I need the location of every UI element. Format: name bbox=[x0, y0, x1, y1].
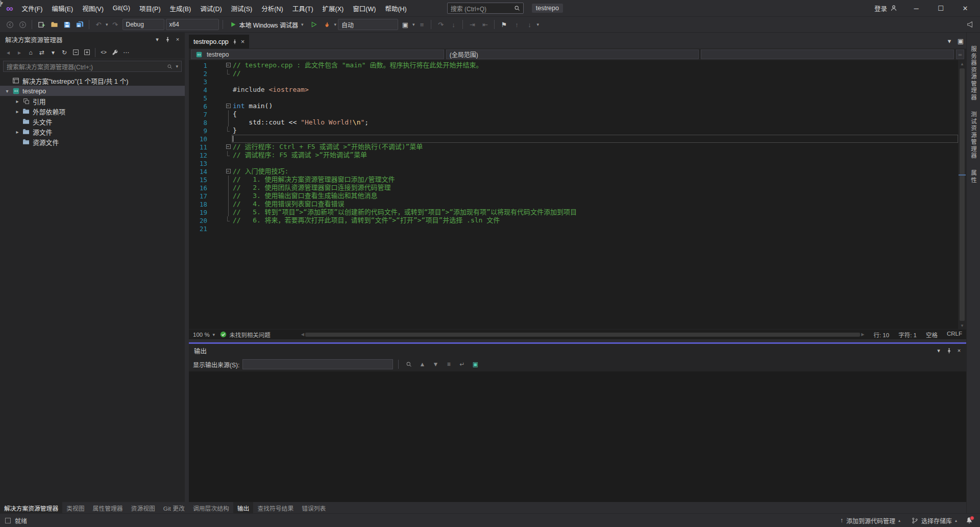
autoscroll-icon[interactable]: ▣ bbox=[470, 359, 480, 369]
close-icon[interactable]: × bbox=[241, 38, 245, 45]
vertical-splitter[interactable] bbox=[185, 33, 189, 513]
menu-item[interactable]: 视图(V) bbox=[78, 0, 108, 16]
fold-margin[interactable]: − bbox=[225, 102, 232, 110]
back-icon[interactable]: ◂ bbox=[3, 47, 13, 58]
menu-item[interactable]: 文件(F) bbox=[17, 0, 47, 16]
outdent-icon[interactable]: ⇤ bbox=[479, 19, 491, 30]
step-over-icon[interactable]: ↷ bbox=[435, 19, 446, 30]
panel-tab[interactable]: 类视图 bbox=[62, 502, 88, 513]
view-code-icon[interactable]: <> bbox=[99, 47, 109, 58]
scroll-up-icon[interactable]: ▲ bbox=[960, 60, 964, 67]
tree-item[interactable]: ▸引用 bbox=[0, 96, 185, 106]
project-scope-combo[interactable]: ++ testrepo ▾ bbox=[191, 49, 444, 59]
horizontal-scrollbar[interactable]: ◀ ▶ bbox=[301, 332, 865, 337]
scrollbar-thumb[interactable] bbox=[960, 68, 965, 321]
horizontal-splitter-accent[interactable] bbox=[189, 339, 966, 344]
panel-tab[interactable]: 解决方案资源管理器 bbox=[0, 502, 62, 513]
close-icon[interactable]: × bbox=[954, 345, 964, 356]
window-position-icon[interactable]: ▾ bbox=[934, 345, 944, 356]
undo-icon[interactable]: ↶ bbox=[93, 19, 104, 30]
toolbar-overflow-icon[interactable]: ▾ bbox=[536, 22, 539, 27]
start-without-debugging-icon[interactable] bbox=[308, 19, 320, 30]
solution-search-input[interactable]: 搜索解决方案资源管理器(Ctrl+;) ▾ bbox=[3, 61, 182, 72]
tree-item[interactable]: ▾++testrepo bbox=[0, 86, 185, 96]
pending-changes-filter-icon[interactable]: ▾ bbox=[48, 47, 58, 58]
navigate-back-icon[interactable] bbox=[4, 19, 15, 30]
feedback-icon[interactable] bbox=[965, 19, 976, 30]
menu-item[interactable]: Git(G) bbox=[108, 0, 135, 16]
next-bookmark-icon[interactable]: ↓ bbox=[524, 19, 535, 30]
document-list-dropdown-icon[interactable]: ▾ bbox=[944, 35, 955, 46]
panel-tab[interactable]: 输出 bbox=[233, 502, 254, 513]
close-button[interactable]: ✕ bbox=[953, 0, 977, 16]
autohide-tab[interactable]: 测试资源管理器 bbox=[969, 111, 977, 160]
pin-icon[interactable] bbox=[944, 345, 954, 356]
collapse-region-icon[interactable]: − bbox=[226, 169, 231, 173]
window-options-icon[interactable]: ▣ bbox=[955, 35, 966, 46]
zoom-control[interactable]: 100 % ▾ bbox=[193, 332, 215, 338]
panel-tab[interactable]: 资源视图 bbox=[127, 502, 159, 513]
open-folder-icon[interactable] bbox=[48, 19, 60, 30]
document-tab[interactable]: testrepo.cpp× bbox=[189, 35, 249, 48]
clear-all-icon[interactable]: ≡ bbox=[444, 359, 454, 369]
panel-tab[interactable]: 属性管理器 bbox=[89, 502, 127, 513]
spaces-indicator[interactable]: 空格 bbox=[926, 331, 938, 339]
redo-icon[interactable]: ↷ bbox=[110, 19, 121, 30]
next-message-icon[interactable]: ▼ bbox=[430, 359, 440, 369]
fold-margin[interactable]: − bbox=[225, 167, 232, 175]
output-source-combo[interactable]: ▾ bbox=[242, 359, 393, 369]
expander-icon[interactable]: ▸ bbox=[13, 129, 21, 135]
word-wrap-icon[interactable]: ↵ bbox=[457, 359, 467, 369]
panel-tab[interactable]: Git 更改 bbox=[159, 502, 185, 513]
add-to-source-control-button[interactable]: ↑ 添加到源代码管理 ▴ bbox=[836, 514, 905, 527]
show-all-files-icon[interactable] bbox=[82, 47, 92, 58]
platform-combo[interactable]: x64 ▾ bbox=[166, 19, 219, 30]
eol-indicator[interactable]: CRLF bbox=[947, 331, 962, 339]
expander-icon[interactable]: ▸ bbox=[13, 109, 21, 114]
autohide-tab[interactable]: 属性 bbox=[969, 170, 977, 184]
hot-reload-dropdown-icon[interactable]: ▾ bbox=[334, 22, 336, 27]
bookmark-icon[interactable]: ⚑ bbox=[498, 19, 509, 30]
preview-selected-icon[interactable]: ⋯ bbox=[121, 47, 131, 58]
navigate-forward-icon[interactable] bbox=[17, 19, 28, 30]
step-into-icon[interactable]: ↓ bbox=[448, 19, 459, 30]
expander-icon[interactable]: ▸ bbox=[13, 98, 21, 104]
scroll-right-icon[interactable]: ▶ bbox=[861, 332, 864, 337]
type-scope-combo[interactable]: (全局范围) ▾ bbox=[446, 49, 699, 59]
scrollbar-thumb[interactable] bbox=[305, 333, 861, 337]
switch-views-icon[interactable]: ⇄ bbox=[37, 47, 47, 58]
panel-tab[interactable]: 错误列表 bbox=[298, 502, 330, 513]
auto-combo[interactable]: 自动 ▾ bbox=[338, 19, 398, 30]
save-all-icon[interactable] bbox=[74, 19, 85, 30]
collapse-region-icon[interactable]: − bbox=[226, 63, 231, 67]
attach-process-icon[interactable]: ▣ bbox=[400, 19, 411, 30]
break-all-icon[interactable]: ≡ bbox=[416, 19, 427, 30]
member-scope-combo[interactable]: ▾ bbox=[701, 49, 954, 59]
pin-icon[interactable] bbox=[162, 34, 173, 44]
code-editor[interactable]: 1−// testrepo.cpp : 此文件包含 "main" 函数。程序执行… bbox=[189, 60, 958, 329]
refresh-icon[interactable]: ↻ bbox=[59, 47, 69, 58]
panel-tab[interactable]: 调用层次结构 bbox=[189, 502, 233, 513]
output-content[interactable] bbox=[189, 371, 966, 502]
undo-dropdown-icon[interactable]: ▾ bbox=[106, 22, 108, 27]
document-health-indicator[interactable]: 未找到相关问题 bbox=[220, 331, 271, 339]
collapse-region-icon[interactable]: − bbox=[226, 104, 231, 108]
configuration-combo[interactable]: Debug ▾ bbox=[122, 19, 164, 30]
quick-search-box[interactable]: 搜索 (Ctrl+Q) bbox=[447, 3, 524, 14]
home-icon[interactable]: ⌂ bbox=[26, 47, 36, 58]
menu-item[interactable]: 帮助(H) bbox=[380, 0, 411, 16]
tree-item[interactable]: 解决方案"testrepo"(1 个项目/共 1 个) bbox=[0, 76, 185, 86]
menu-item[interactable]: 项目(P) bbox=[135, 0, 165, 16]
fold-margin[interactable]: − bbox=[225, 143, 232, 151]
forward-icon[interactable]: ▸ bbox=[14, 47, 24, 58]
hot-reload-icon[interactable] bbox=[321, 19, 332, 30]
expander-icon[interactable]: ▾ bbox=[3, 88, 11, 94]
panel-tab[interactable]: 查找符号结果 bbox=[253, 502, 298, 513]
vertical-scrollbar[interactable]: ▲ ▼ bbox=[958, 60, 966, 329]
background-tasks-icon[interactable] bbox=[5, 518, 11, 523]
menu-item[interactable]: 窗口(W) bbox=[348, 0, 380, 16]
indent-icon[interactable]: ⇥ bbox=[467, 19, 478, 30]
notifications-button[interactable] bbox=[964, 515, 975, 526]
tree-item[interactable]: 头文件 bbox=[0, 116, 185, 127]
sign-in-button[interactable]: 登录 bbox=[868, 0, 903, 16]
